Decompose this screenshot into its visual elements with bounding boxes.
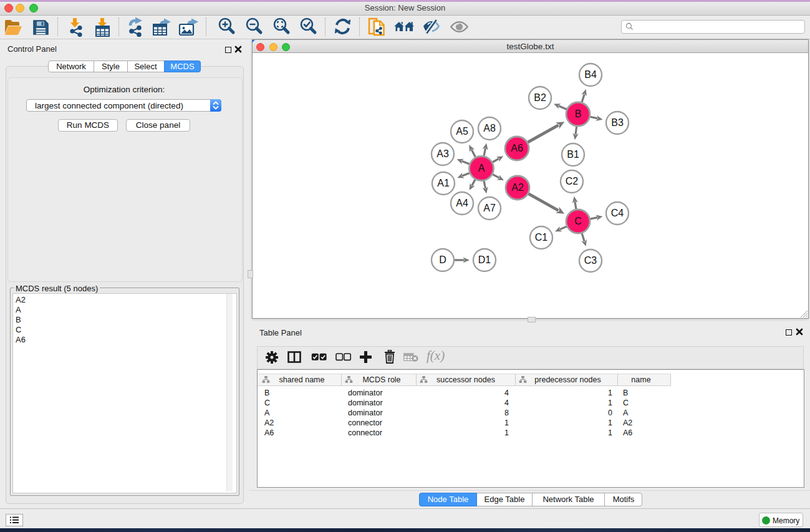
svg-text:B3: B3 (611, 117, 624, 128)
svg-text:A6: A6 (511, 143, 523, 153)
svg-text:A8: A8 (483, 123, 496, 133)
svg-text:C4: C4 (611, 208, 624, 218)
svg-text:A5: A5 (456, 126, 468, 137)
svg-text:A7: A7 (483, 203, 496, 213)
svg-text:A1: A1 (437, 178, 450, 188)
svg-text:C: C (574, 216, 582, 226)
svg-text:B2: B2 (534, 92, 546, 103)
svg-text:B1: B1 (567, 149, 579, 160)
svg-text:D: D (439, 254, 446, 265)
svg-text:A4: A4 (456, 198, 468, 208)
svg-text:A: A (478, 163, 485, 173)
svg-text:C1: C1 (535, 232, 548, 243)
svg-text:C2: C2 (566, 176, 579, 186)
svg-text:C3: C3 (584, 255, 597, 266)
svg-text:B4: B4 (584, 69, 597, 80)
svg-text:A3: A3 (436, 148, 449, 159)
svg-text:D1: D1 (478, 254, 491, 265)
svg-text:B: B (575, 109, 582, 119)
svg-text:A2: A2 (511, 182, 524, 193)
